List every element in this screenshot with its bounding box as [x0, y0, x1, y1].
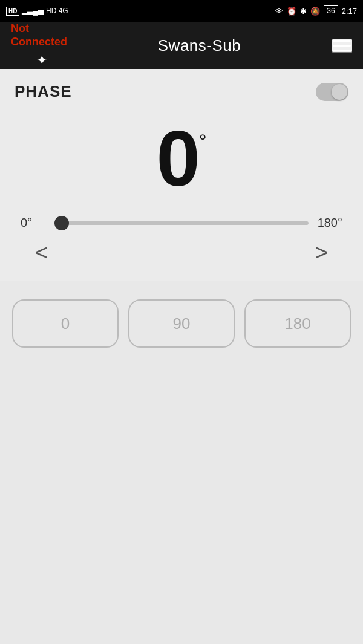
slider-min-label: 0°: [21, 216, 46, 230]
bluetooth-status-icon: ✱: [300, 7, 307, 16]
phase-value: 0: [156, 119, 197, 198]
slider-container[interactable]: [54, 217, 309, 229]
not-connected-text: Not Connected: [11, 22, 67, 48]
preset-180-label: 180: [284, 314, 310, 333]
phase-slider[interactable]: [54, 221, 309, 225]
main-content: PHASE 0 ° 0° 180° < >: [0, 69, 363, 571]
nav-left: Not Connected ✦: [11, 22, 67, 68]
nav-arrows: < >: [15, 230, 348, 281]
preset-0-label: 0: [61, 314, 70, 333]
preset-button-90[interactable]: 90: [128, 299, 235, 348]
arrow-right-button[interactable]: >: [309, 239, 334, 266]
battery-level: 36: [324, 5, 338, 16]
menu-button[interactable]: [332, 39, 352, 53]
arrow-left-button[interactable]: <: [29, 239, 54, 266]
status-bar-right: 👁 ⏰ ✱ 🔕 36 2:17: [275, 5, 357, 16]
bottom-area: [0, 366, 363, 571]
connection-status: Not Connected: [11, 22, 67, 48]
slider-max-label: 180°: [317, 216, 342, 230]
preset-section: 0 90 180: [0, 281, 363, 366]
hamburger-line-1: [333, 40, 351, 42]
value-display: 0 °: [15, 119, 348, 198]
hamburger-line-3: [333, 50, 351, 51]
status-bar: HD ▂▃▄▅ HD 4G 👁 ⏰ ✱ 🔕 36 2:17: [0, 0, 363, 22]
device-name: Swans-Sub: [158, 36, 241, 55]
nav-bar: Not Connected ✦ Swans-Sub: [0, 22, 363, 69]
phase-label: PHASE: [15, 82, 72, 101]
phase-header: PHASE: [15, 82, 348, 101]
bluetooth-icon: ✦: [36, 53, 47, 68]
hamburger-line-2: [333, 45, 351, 47]
degree-symbol: °: [199, 130, 207, 152]
phase-section: PHASE 0 ° 0° 180° < >: [0, 69, 363, 281]
signal-bars: ▂▃▄▅: [22, 7, 44, 15]
mute-icon: 🔕: [310, 7, 320, 16]
eye-icon: 👁: [275, 7, 283, 16]
alarm-icon: ⏰: [287, 7, 296, 16]
preset-90-label: 90: [173, 314, 191, 333]
status-bar-left: HD ▂▃▄▅ HD 4G: [6, 7, 68, 16]
clock: 2:17: [342, 7, 357, 16]
toggle-knob: [332, 84, 347, 100]
phase-toggle[interactable]: [316, 83, 348, 101]
network-type: HD 4G: [46, 7, 68, 15]
hd-badge: HD: [6, 7, 19, 16]
preset-button-180[interactable]: 180: [244, 299, 351, 348]
preset-button-0[interactable]: 0: [12, 299, 119, 348]
slider-area: 0° 180°: [15, 210, 348, 230]
